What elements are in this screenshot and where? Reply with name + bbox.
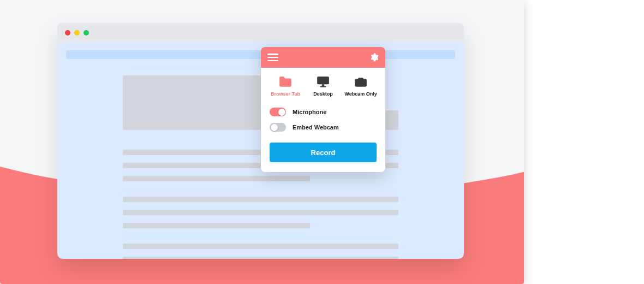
traffic-light-zoom-icon[interactable] (84, 30, 89, 36)
placeholder-line (123, 257, 398, 259)
monitor-icon (315, 75, 331, 88)
svg-rect-0 (317, 76, 329, 84)
record-button[interactable]: Record (270, 143, 377, 162)
toggle-label: Microphone (293, 109, 326, 115)
hero-card: Browser Tab Desktop Webcam Only Micropho… (0, 0, 524, 284)
record-mode-row: Browser Tab Desktop Webcam Only (261, 68, 385, 101)
hamburger-icon[interactable] (267, 54, 278, 61)
placeholder-line (123, 210, 398, 215)
placeholder-line (123, 197, 398, 202)
camera-icon (353, 75, 368, 88)
popup-header (261, 47, 385, 68)
window-titlebar (57, 23, 464, 43)
svg-rect-2 (320, 86, 326, 87)
mode-webcam-only[interactable]: Webcam Only (344, 75, 378, 97)
mode-browser-tab[interactable]: Browser Tab (269, 75, 302, 97)
placeholder-line (123, 176, 310, 181)
microphone-toggle[interactable] (270, 108, 286, 116)
toggle-embed-webcam: Embed Webcam (270, 120, 377, 135)
traffic-light-close-icon[interactable] (65, 30, 70, 36)
mode-label: Webcam Only (344, 91, 377, 97)
toggle-label: Embed Webcam (293, 124, 339, 131)
placeholder-line (123, 244, 398, 249)
mode-desktop[interactable]: Desktop (306, 75, 340, 97)
embed-webcam-toggle[interactable] (270, 123, 286, 132)
placeholder-line (123, 223, 310, 228)
mode-label: Browser Tab (271, 91, 300, 97)
svg-rect-1 (322, 84, 324, 86)
toggle-microphone: Microphone (270, 104, 377, 120)
mode-label: Desktop (313, 91, 333, 97)
traffic-light-minimize-icon[interactable] (74, 30, 80, 36)
toggle-section: Microphone Embed Webcam (261, 101, 385, 140)
recorder-popup: Browser Tab Desktop Webcam Only Micropho… (261, 47, 385, 172)
folder-icon (278, 75, 293, 88)
gear-icon[interactable] (369, 52, 379, 62)
